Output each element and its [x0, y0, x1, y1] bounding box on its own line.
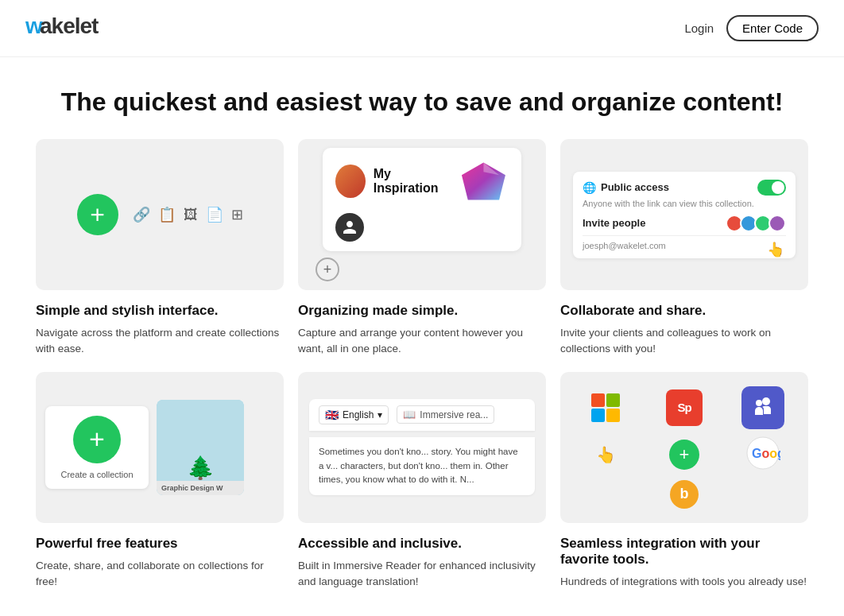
create-collection-box: + Create a collection — [45, 406, 149, 489]
card-image-organizing: My Inspiration — [298, 139, 546, 290]
public-access-label: Public access — [601, 181, 669, 193]
share-settings-panel: 🌐 Public access Anyone with the link can… — [573, 172, 796, 258]
cursor-icon: 👆 — [596, 445, 616, 464]
avatar-small — [335, 213, 364, 242]
create-label: Create a collection — [60, 470, 133, 479]
create-plus-icon: + — [73, 416, 121, 463]
integration-icons-grid: Sp 👆 + — [560, 377, 808, 518]
collection-preview-card: 🌲 Graphic Design W — [157, 400, 244, 495]
card-description: Invite your clients and colleagues to wo… — [560, 325, 808, 358]
chevron-down-icon: ▾ — [377, 409, 382, 420]
card-heading: Collaborate and share. — [560, 303, 808, 319]
email-invite-field: joesph@wakelet.com — [583, 235, 786, 250]
collection-name: Graphic Design W — [161, 484, 239, 492]
login-button[interactable]: Login — [684, 21, 714, 35]
add-icon: + — [77, 194, 118, 235]
gem-icon — [459, 157, 509, 205]
card-text-simple-interface: Simple and stylish interface. Navigate a… — [36, 303, 284, 358]
feature-card-free-features: + Create a collection 🌲 Graphic Design W… — [36, 372, 284, 591]
card-image-collaborate: 🌐 Public access Anyone with the link can… — [560, 139, 808, 290]
grid-icon: ⊞ — [231, 206, 243, 223]
svg-text:Goog: Goog — [752, 447, 780, 460]
language-label: English — [343, 409, 374, 420]
reading-toolbar: 🇬🇧 English ▾ 📖 Immersive rea... — [309, 399, 535, 431]
features-grid: + 🔗 📋 🖼 📄 ⊞ Simple and stylish interface… — [17, 139, 827, 616]
card-heading: Seamless integration with your favorite … — [560, 536, 808, 568]
card-heading: Accessible and inclusive. — [298, 536, 546, 552]
card-text-organizing: Organizing made simple. Capture and arra… — [298, 303, 546, 358]
language-selector[interactable]: 🇬🇧 English ▾ — [319, 405, 389, 424]
card-image-integrations: Sp 👆 + — [560, 372, 808, 523]
collection-image: 🌲 — [157, 400, 244, 481]
immersive-reader-button[interactable]: 📖 Immersive rea... — [397, 405, 494, 424]
immersive-label: Immersive rea... — [420, 409, 488, 420]
copy-icon: 📋 — [158, 206, 176, 223]
svg-point-5 — [756, 400, 762, 406]
icon-row: 🔗 📋 🖼 📄 ⊞ — [133, 206, 243, 223]
card-heading: Simple and stylish interface. — [36, 303, 284, 319]
file-icon: 📄 — [206, 206, 223, 223]
b-integration-icon: b — [670, 480, 699, 509]
card-text-integrations: Seamless integration with your favorite … — [560, 536, 808, 590]
card-text-collaborate: Collaborate and share. Invite your clien… — [560, 303, 808, 358]
card-text-accessible: Accessible and inclusive. Built in Immer… — [298, 536, 546, 591]
link-icon: 🔗 — [133, 206, 150, 223]
header-nav: Login Enter Code — [684, 15, 819, 41]
enter-code-button[interactable]: Enter Code — [726, 15, 819, 41]
feature-card-organizing: My Inspiration — [298, 139, 546, 358]
card-description: Create, share, and collaborate on collec… — [36, 558, 284, 591]
collection-preview: My Inspiration — [323, 148, 521, 251]
card-description: Built in Immersive Reader for enhanced i… — [298, 558, 546, 591]
card-heading: Organizing made simple. — [298, 303, 546, 319]
flag-icon: 🇬🇧 — [325, 409, 339, 421]
invite-people-label: Invite people — [583, 217, 645, 229]
card-description: Hundreds of integrations with tools you … — [560, 574, 808, 590]
hero-section: The quickest and easiest way to save and… — [0, 57, 844, 139]
feature-card-integrations: Sp 👆 + — [560, 372, 808, 591]
access-sub-text: Anyone with the link can view this colle… — [583, 199, 786, 208]
header: w akelet Login Enter Code — [0, 0, 844, 57]
google-icon: Goog — [745, 436, 780, 474]
collection-title: My Inspiration — [374, 167, 451, 196]
invited-avatars — [729, 215, 786, 232]
feature-card-simple-interface: + 🔗 📋 🖼 📄 ⊞ Simple and stylish interface… — [36, 139, 284, 358]
reading-content-area: Sometimes you don't kno... story. You mi… — [309, 437, 535, 495]
add-item-button[interactable]: + — [316, 258, 339, 281]
avatar — [335, 165, 366, 198]
card-heading: Powerful free features — [36, 536, 284, 552]
hero-title: The quickest and easiest way to save and… — [16, 87, 828, 117]
feature-card-accessible: 🇬🇧 English ▾ 📖 Immersive rea... Sometime… — [298, 372, 546, 591]
add-integration-button[interactable]: + — [669, 440, 699, 470]
logo: w akelet — [25, 11, 121, 45]
svg-text:akelet: akelet — [40, 14, 99, 38]
tree-icon: 🌲 — [187, 455, 215, 481]
image-icon: 🖼 — [184, 207, 198, 223]
adobe-spark-icon: Sp — [666, 389, 703, 426]
feature-card-collaborate: 🌐 Public access Anyone with the link can… — [560, 139, 808, 358]
microsoft-teams-icon — [741, 386, 784, 429]
card-image-free-features: + Create a collection 🌲 Graphic Design W — [36, 372, 284, 523]
card-image-simple-interface: + 🔗 📋 🖼 📄 ⊞ — [36, 139, 284, 290]
globe-icon: 🌐 — [583, 181, 596, 194]
card-description: Capture and arrange your content however… — [298, 325, 546, 358]
card-description: Navigate across the platform and create … — [36, 325, 284, 358]
book-icon: 📖 — [403, 409, 416, 420]
microsoft-icon — [585, 387, 626, 428]
public-access-toggle[interactable] — [757, 180, 786, 196]
card-text-free-features: Powerful free features Create, share, an… — [36, 536, 284, 591]
collection-label-bar: Graphic Design W — [157, 481, 244, 495]
svg-point-4 — [762, 397, 770, 405]
card-image-accessible: 🇬🇧 English ▾ 📖 Immersive rea... Sometime… — [298, 372, 546, 523]
cursor-icon: 👆 — [767, 241, 784, 258]
